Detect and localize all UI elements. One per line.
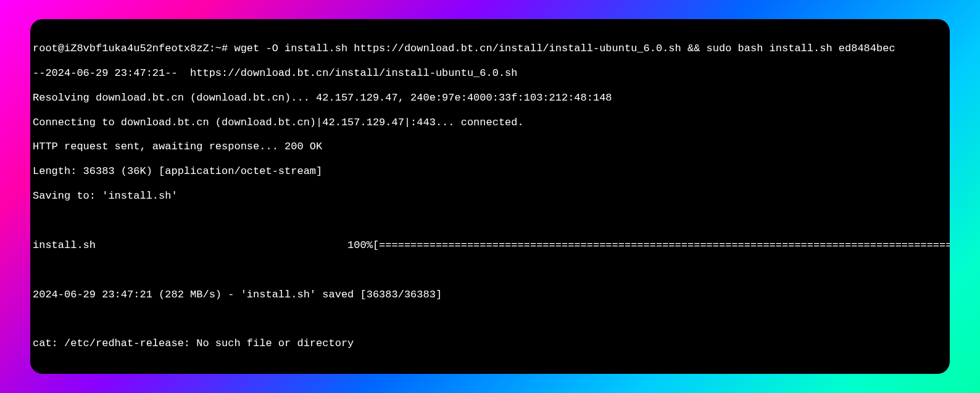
output-line: cat: /etc/redhat-release: No such file o…	[33, 337, 950, 350]
output-line: 2024-06-29 23:47:21 (282 MB/s) - 'instal…	[33, 289, 950, 301]
output-line: Connecting to download.bt.cn (download.b…	[33, 117, 950, 129]
blank-line	[33, 313, 950, 326]
blank-line	[33, 215, 950, 227]
output-line: Length: 36383 (36K) [application/octet-s…	[33, 165, 950, 178]
blank-line	[33, 264, 950, 276]
terminal-window[interactable]: root@iZ8vbf1uka4u52nfeotx8zZ:~# wget -O …	[30, 19, 950, 374]
terminal-output: root@iZ8vbf1uka4u52nfeotx8zZ:~# wget -O …	[30, 30, 950, 374]
output-line: HTTP request sent, awaiting response... …	[33, 141, 950, 153]
blank-line	[33, 362, 950, 374]
progress-bar-line: install.sh 100%[========================…	[33, 239, 950, 252]
shell-prompt: root@iZ8vbf1uka4u52nfeotx8zZ:~#	[33, 43, 234, 54]
output-line: --2024-06-29 23:47:21-- https://download…	[33, 67, 950, 80]
output-line: Resolving download.bt.cn (download.bt.cn…	[33, 92, 950, 104]
shell-command: wget -O install.sh https://download.bt.c…	[234, 43, 895, 54]
output-line: Saving to: 'install.sh'	[33, 190, 950, 202]
